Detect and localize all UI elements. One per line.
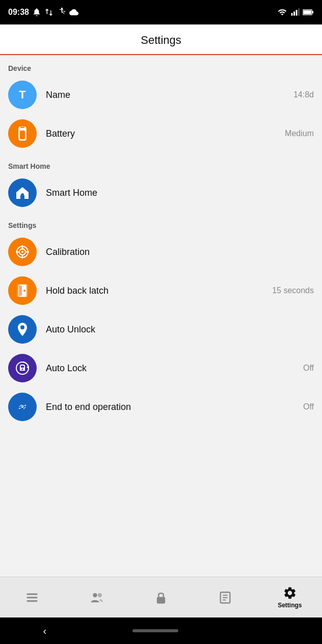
battery-setting-icon xyxy=(15,126,30,141)
svg-rect-0 xyxy=(291,13,293,16)
back-button[interactable]: ‹ xyxy=(43,625,47,637)
smart-home-item[interactable]: Smart Home xyxy=(0,173,322,212)
name-icon-circle: T xyxy=(8,81,37,109)
svg-marker-28 xyxy=(26,366,29,369)
menu-icon xyxy=(25,590,39,605)
section-device: Device xyxy=(0,55,322,75)
nav-menu[interactable] xyxy=(0,577,64,617)
home-pill[interactable] xyxy=(132,629,178,632)
svg-point-27 xyxy=(22,369,23,370)
calibration-icon-circle xyxy=(8,238,37,266)
battery-value: Medium xyxy=(285,129,314,138)
svg-rect-3 xyxy=(298,9,300,16)
auto-lock-label: Auto Lock xyxy=(46,363,299,374)
lock-circle-icon xyxy=(15,360,30,376)
auto-lock-icon-circle xyxy=(8,354,37,382)
nav-settings[interactable]: Settings xyxy=(258,577,322,617)
smart-home-label: Smart Home xyxy=(46,188,310,198)
location-icon xyxy=(15,322,30,337)
end-to-end-label: End to end operation xyxy=(46,402,299,413)
arrows-circle-icon xyxy=(15,399,30,415)
svg-rect-11 xyxy=(20,128,25,129)
notification-icon xyxy=(32,8,41,17)
status-bar: 09:38 xyxy=(0,0,322,24)
status-right xyxy=(277,8,314,17)
hold-back-latch-value: 15 seconds xyxy=(272,286,314,295)
smart-home-icon-circle xyxy=(8,178,37,207)
calibration-item[interactable]: Calibration xyxy=(0,233,322,271)
nav-lock[interactable] xyxy=(129,577,193,617)
end-to-end-value: Off xyxy=(303,402,314,411)
auto-unlock-item[interactable]: Auto Unlock xyxy=(0,310,322,349)
lock-icon xyxy=(154,590,168,605)
door-icon xyxy=(15,283,30,298)
svg-rect-1 xyxy=(293,12,295,16)
history-icon xyxy=(218,590,232,605)
svg-point-36 xyxy=(93,593,97,597)
battery-icon-circle xyxy=(8,119,37,148)
svg-rect-5 xyxy=(303,10,311,14)
svg-rect-35 xyxy=(27,600,38,602)
target-icon xyxy=(15,244,30,260)
hold-back-latch-label: Hold back latch xyxy=(46,286,268,296)
auto-unlock-icon-circle xyxy=(8,315,37,344)
svg-rect-38 xyxy=(157,597,165,603)
signal-icon xyxy=(290,8,300,17)
svg-rect-6 xyxy=(312,11,314,13)
svg-point-25 xyxy=(20,325,24,329)
name-item[interactable]: T Name 14:8d xyxy=(0,75,322,114)
nav-settings-label: Settings xyxy=(278,602,302,609)
settings-icon xyxy=(283,586,297,600)
nav-users[interactable] xyxy=(64,577,128,617)
auto-unlock-label: Auto Unlock xyxy=(46,324,310,335)
svg-point-15 xyxy=(21,251,23,253)
name-label: Name xyxy=(46,90,289,100)
fan-icon xyxy=(57,8,66,17)
svg-rect-2 xyxy=(296,10,298,16)
hold-back-latch-icon-circle xyxy=(8,276,37,305)
battery-item[interactable]: Battery Medium xyxy=(0,114,322,153)
content-area: Device T Name 14:8d Battery Medium Smart… xyxy=(0,55,322,577)
svg-text:T: T xyxy=(19,88,26,101)
status-time: 09:38 xyxy=(8,8,29,17)
hold-back-latch-item[interactable]: Hold back latch 15 seconds xyxy=(0,271,322,310)
svg-point-37 xyxy=(97,593,101,597)
svg-rect-33 xyxy=(27,593,38,595)
android-nav-bar: ‹ xyxy=(0,617,322,644)
end-to-end-icon-circle xyxy=(8,393,37,421)
users-icon xyxy=(90,590,104,605)
svg-point-12 xyxy=(21,193,24,196)
svg-rect-34 xyxy=(27,597,38,598)
auto-lock-value: Off xyxy=(303,364,314,373)
battery-label: Battery xyxy=(46,128,281,139)
status-left: 09:38 xyxy=(8,8,79,17)
end-to-end-item[interactable]: End to end operation Off xyxy=(0,388,322,426)
T-icon: T xyxy=(15,87,30,102)
section-smart-home: Smart Home xyxy=(0,153,322,173)
calibration-label: Calibration xyxy=(46,247,310,257)
page-title: Settings xyxy=(141,34,181,46)
home-icon xyxy=(15,185,30,200)
battery-icon xyxy=(303,9,314,16)
svg-point-24 xyxy=(23,290,25,292)
bottom-nav: Settings xyxy=(0,577,322,617)
arrows-icon xyxy=(44,8,53,17)
svg-rect-9 xyxy=(20,131,25,139)
nav-history[interactable] xyxy=(193,577,257,617)
svg-point-20 xyxy=(21,248,23,250)
app-header: Settings xyxy=(0,24,322,55)
cloud-icon xyxy=(69,8,79,17)
name-value: 14:8d xyxy=(293,90,314,99)
wifi-icon xyxy=(277,8,287,17)
auto-lock-item[interactable]: Auto Lock Off xyxy=(0,349,322,388)
section-settings-group: Settings xyxy=(0,212,322,233)
